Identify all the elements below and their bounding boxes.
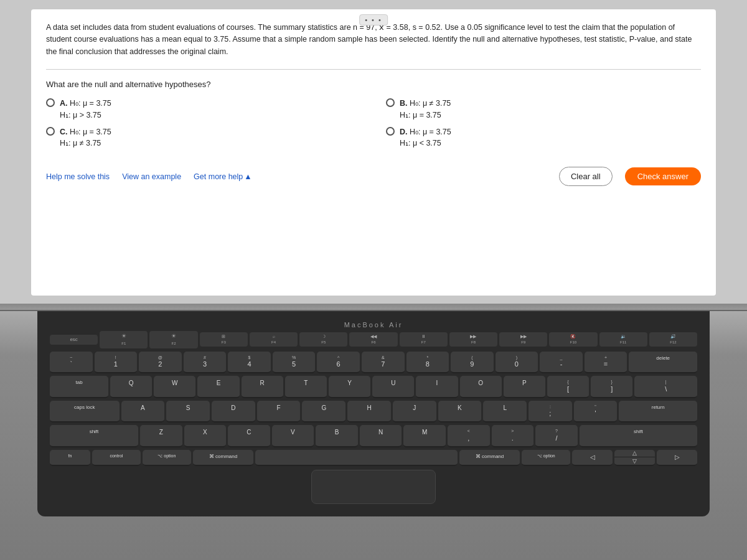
key-2[interactable]: @2 [139,352,182,374]
key-cmd-left[interactable]: ⌘ command [193,450,253,466]
key-space[interactable] [255,450,458,466]
bottom-action-bar: Help me solve this View an example Get m… [46,167,701,186]
key-b[interactable]: B [316,425,358,447]
option-d[interactable]: D. H₀: μ = 3.75H₁: μ < 3.75 [386,126,701,150]
key-caps-lock[interactable]: caps lock [50,401,120,423]
key-period[interactable]: >. [492,425,534,447]
key-j[interactable]: J [393,401,436,423]
option-b[interactable]: B. H₀: μ ≠ 3.75H₁: μ = 3.75 [386,98,701,121]
key-i[interactable]: I [416,376,458,398]
qwerty-row: tab Q W E R T Y U I O P {[ }] |\ [50,376,697,398]
key-slash[interactable]: ?/ [535,425,578,447]
key-7[interactable]: &7 [362,352,405,374]
key-right-arrow[interactable]: ▷ [657,450,697,466]
key-f1[interactable]: ☀F1 [100,331,148,348]
key-ctrl[interactable]: control [92,450,141,466]
key-quote[interactable]: "' [574,401,618,423]
key-equals[interactable]: += [585,352,627,374]
key-5[interactable]: %5 [273,352,316,374]
key-a[interactable]: A [121,401,165,423]
key-tab[interactable]: tab [50,376,108,398]
key-f8[interactable]: ▶▶F8 [449,332,497,347]
clear-all-button[interactable]: Clear all [559,167,613,186]
key-f12[interactable]: 🔊F12 [649,332,697,347]
key-o[interactable]: O [460,376,502,398]
key-right-shift[interactable]: shift [580,425,697,447]
laptop-screen: • • • A data set includes data from stud… [0,0,747,305]
key-option-right[interactable]: ⌥ option [522,450,570,466]
key-8[interactable]: *8 [406,352,449,374]
option-c[interactable]: C. H₀: μ = 3.75H₁: μ ≠ 3.75 [46,126,361,150]
key-backslash[interactable]: |\ [634,376,697,398]
radio-b[interactable] [386,98,395,107]
key-v[interactable]: V [272,425,314,447]
laptop-hinge [0,304,747,311]
key-left-arrow[interactable]: ◁ [572,450,613,466]
key-m[interactable]: M [403,425,446,447]
key-f[interactable]: F [257,401,301,423]
key-1[interactable]: !1 [95,352,138,374]
key-g[interactable]: G [302,401,345,423]
key-3[interactable]: #3 [184,352,227,374]
key-4[interactable]: $4 [228,352,271,374]
get-more-help-link[interactable]: Get more help ▲ [194,172,252,181]
key-0[interactable]: )0 [496,352,538,374]
key-esc[interactable]: esc [50,335,98,345]
help-me-solve-link[interactable]: Help me solve this [46,172,110,181]
key-delete[interactable]: delete [629,352,697,374]
key-w[interactable]: W [154,376,195,398]
key-r[interactable]: R [242,376,283,398]
key-left-shift[interactable]: shift [50,425,138,447]
key-f10[interactable]: 🔇F10 [549,332,597,347]
options-grid: A. H₀: μ = 3.75H₁: μ > 3.75 B. H₀: μ ≠ 3… [46,98,701,149]
key-n[interactable]: N [360,425,402,447]
key-option-left[interactable]: ⌥ option [143,450,191,466]
key-comma[interactable]: <, [448,425,490,447]
key-e[interactable]: E [197,376,239,398]
check-answer-button[interactable]: Check answer [625,167,701,185]
key-f3[interactable]: ⊞F3 [200,332,248,347]
key-q[interactable]: Q [110,376,152,398]
key-t[interactable]: T [285,376,327,398]
radio-d[interactable] [386,127,395,136]
key-cmd-right[interactable]: ⌘ command [459,450,520,466]
key-rbracket[interactable]: }] [591,376,632,398]
key-y[interactable]: Y [329,376,370,398]
bottom-row: fn control ⌥ option ⌘ command ⌘ command … [50,450,697,466]
key-x[interactable]: X [184,425,227,447]
key-d[interactable]: D [212,401,255,423]
function-key-row: esc ☀F1 ☀F2 ⊞F3 ⌕F4 ☽F5 ◀◀F6 ⏸F7 ▶▶F8 ▶▶… [50,331,697,348]
key-return[interactable]: return [619,401,697,423]
laptop-body: MacBook Air esc ☀F1 ☀F2 ⊞F3 ⌕F4 ☽F5 ◀◀F6… [0,304,747,560]
key-f11[interactable]: 🔉F11 [599,332,647,347]
trackpad[interactable] [311,470,436,504]
key-backtick[interactable]: ~` [50,352,93,374]
key-9[interactable]: (9 [451,352,494,374]
key-f5[interactable]: ☽F5 [299,332,347,347]
key-k[interactable]: K [438,401,482,423]
key-minus[interactable]: _- [540,352,583,374]
radio-a[interactable] [46,98,55,107]
option-a[interactable]: A. H₀: μ = 3.75H₁: μ > 3.75 [46,98,361,121]
key-h[interactable]: H [347,401,391,423]
key-up-down[interactable]: △ ▽ [614,450,655,466]
key-l[interactable]: L [483,401,527,423]
key-c[interactable]: C [228,425,270,447]
key-u[interactable]: U [372,376,414,398]
key-f7[interactable]: ⏸F7 [400,332,448,347]
radio-c[interactable] [46,127,55,136]
key-z[interactable]: Z [140,425,182,447]
key-f2[interactable]: ☀F2 [149,331,197,348]
key-semicolon[interactable]: :; [529,401,572,423]
key-6[interactable]: ^6 [317,352,360,374]
key-f9[interactable]: ▶▶F9 [499,332,547,347]
key-s[interactable]: S [166,401,210,423]
key-lbracket[interactable]: {[ [547,376,589,398]
key-p[interactable]: P [504,376,545,398]
key-fn[interactable]: fn [50,450,90,466]
option-d-text: D. H₀: μ = 3.75H₁: μ < 3.75 [400,126,451,150]
key-f6[interactable]: ◀◀F6 [349,332,397,347]
key-f4[interactable]: ⌕F4 [250,332,298,347]
ellipsis-button[interactable]: • • • [359,14,388,26]
view-example-link[interactable]: View an example [122,172,181,181]
